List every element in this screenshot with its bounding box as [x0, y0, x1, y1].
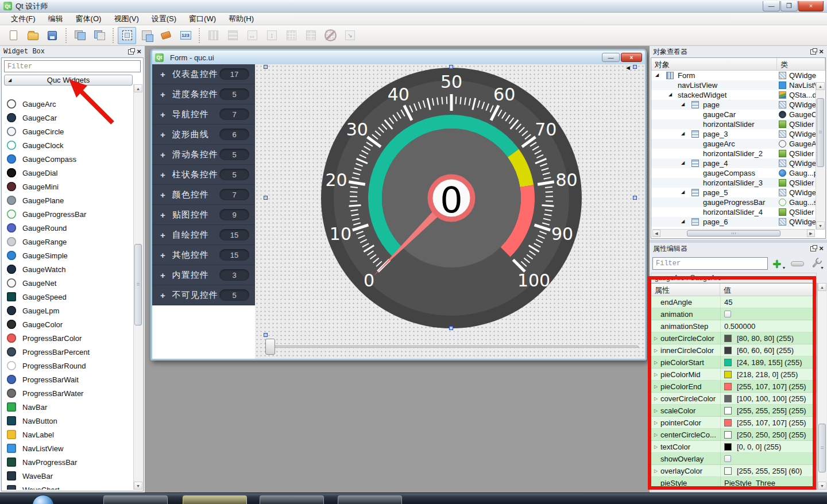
nav-item-5[interactable]: +柱状条控件5	[152, 165, 255, 185]
object-row-horizontalSlider_2[interactable]: horizontalSlider_2QSlider	[651, 149, 816, 158]
float-panel-icon[interactable]	[810, 246, 816, 251]
lower-widget-button[interactable]	[90, 27, 109, 44]
object-row-page[interactable]: ◢pageQWidge	[651, 100, 816, 110]
selection-handle[interactable]	[264, 333, 268, 337]
widget-box-item-GaugeMini[interactable]: GaugeMini	[2, 180, 133, 193]
nav-item-11[interactable]: +不可见控件5	[152, 285, 255, 305]
restore-button[interactable]: ❒	[780, 1, 798, 11]
property-row-pointerColor[interactable]: ▷pointerColor[255, 107, 107] (255)	[651, 417, 817, 429]
widget-box-item-NavBar[interactable]: NavBar	[2, 400, 133, 414]
object-row-horizontalSlider_3[interactable]: horizontalSlider_3QSlider	[651, 178, 816, 188]
widget-box-item-GaugeCar[interactable]: GaugeCar	[2, 111, 133, 125]
tree-expand-icon[interactable]: ◢	[681, 102, 685, 107]
widget-box-item-GaugePlane[interactable]: GaugePlane	[2, 193, 133, 207]
chevron-down-icon[interactable]: ▼	[820, 266, 824, 270]
object-row-gaugeCar[interactable]: gaugeCarGaugeC...	[651, 110, 816, 119]
scroll-up-icon[interactable]: ▲	[816, 82, 825, 90]
scrollbar-thumb[interactable]	[687, 230, 780, 237]
expand-arrow-icon[interactable]: ▷	[651, 384, 660, 389]
widget-box-item-ProgressBarRound[interactable]: ProgressBarRound	[2, 359, 133, 373]
expand-arrow-icon[interactable]: ▷	[651, 336, 660, 341]
menu-item-6[interactable]: 帮助(H)	[222, 13, 260, 25]
scroll-up-icon[interactable]: ▲	[134, 84, 142, 92]
column-header-class[interactable]: 类	[777, 58, 825, 70]
property-value-cell[interactable]: [60, 60, 60] (255)	[720, 344, 817, 356]
property-row-endAngle[interactable]: endAngle45	[651, 296, 817, 308]
scroll-up-icon[interactable]: ▲	[818, 283, 826, 291]
tree-expand-icon[interactable]: ◢	[655, 73, 659, 77]
selection-handle[interactable]	[449, 326, 453, 330]
tree-expand-icon[interactable]: ◢	[681, 131, 685, 136]
checkbox[interactable]	[724, 311, 731, 317]
float-panel-icon[interactable]	[810, 49, 816, 55]
selection-handle[interactable]	[633, 196, 637, 200]
form-titlebar[interactable]: Qt Form - quc.ui — ×	[152, 51, 645, 64]
widget-box-item-NavListView[interactable]: NavListView	[2, 441, 133, 455]
widget-box-item-GaugeWatch[interactable]: GaugeWatch	[2, 262, 133, 276]
expand-arrow-icon[interactable]: ▷	[651, 432, 660, 437]
edit-widgets-button[interactable]	[118, 27, 136, 44]
widget-box-item-NavButton[interactable]: NavButton	[2, 414, 133, 428]
new-file-button[interactable]	[4, 27, 22, 44]
column-header-value[interactable]: 值	[720, 284, 817, 296]
property-filter-input[interactable]	[652, 257, 768, 270]
widget-box-item-GaugeRound[interactable]: GaugeRound	[2, 221, 133, 235]
column-header-property[interactable]: 属性	[651, 284, 720, 296]
object-row-horizontalSlider[interactable]: horizontalSliderQSlider	[651, 119, 816, 129]
form-close-button[interactable]: ×	[621, 53, 642, 62]
widget-box-item-ProgressBarColor[interactable]: ProgressBarColor	[2, 331, 133, 345]
scrollbar-thumb[interactable]	[817, 98, 824, 167]
expand-arrow-icon[interactable]: ▷	[651, 372, 660, 377]
property-row-pieColorStart[interactable]: ▷pieColorStart[24, 189, 155] (255)	[651, 356, 817, 369]
expand-arrow-icon[interactable]: ▷	[651, 348, 660, 353]
start-button[interactable]	[32, 495, 54, 504]
edit-tab-order-button[interactable]	[176, 27, 195, 44]
widget-box-item-GaugeCircle[interactable]: GaugeCircle	[2, 125, 133, 138]
horizontal-slider-groove[interactable]	[273, 346, 639, 348]
scroll-right-icon[interactable]: ▶	[807, 230, 815, 237]
object-row-stackedWidget[interactable]: ◢stackedWidgetQSta...dg	[651, 90, 816, 100]
nav-item-1[interactable]: +进度条控件5	[152, 84, 255, 104]
object-row-page_5[interactable]: ◢page_5QWidge	[651, 188, 816, 197]
tree-expand-icon[interactable]: ◢	[668, 92, 672, 97]
property-row-innerCircleColor[interactable]: ▷innerCircleColor[60, 60, 60] (255)	[651, 344, 817, 356]
add-property-button[interactable]: +	[772, 258, 781, 270]
property-row-pieColorEnd[interactable]: ▷pieColorEnd[255, 107, 107] (255)	[651, 381, 817, 393]
object-row-page_6[interactable]: ◢page_6QWidge	[651, 217, 816, 227]
configure-icon[interactable]	[810, 258, 820, 269]
menu-item-5[interactable]: 窗口(W)	[183, 13, 222, 25]
property-value-cell[interactable]: PieStyle_Three	[720, 477, 817, 489]
close-button[interactable]: ×	[798, 1, 824, 11]
open-file-button[interactable]	[24, 27, 42, 44]
widget-box-item-GaugeClock[interactable]: GaugeClock	[2, 138, 133, 152]
property-value-cell[interactable]: [255, 107, 107] (255)	[720, 417, 817, 428]
property-value-cell[interactable]: [255, 255, 255] (60)	[720, 465, 817, 476]
chevron-down-icon[interactable]: ▼	[782, 266, 786, 270]
widget-box-item-GaugeSpeed[interactable]: GaugeSpeed	[2, 290, 133, 304]
property-value-cell[interactable]: 45	[720, 296, 817, 308]
object-tree-hscrollbar[interactable]: ◀ ▶	[652, 229, 815, 237]
object-row-gaugeArc[interactable]: gaugeArcGaugeAr	[651, 139, 816, 149]
nav-item-0[interactable]: +仪表盘控件17	[152, 64, 255, 84]
widget-box-item-GaugeSimple[interactable]: GaugeSimple	[2, 249, 133, 262]
expand-arrow-icon[interactable]: ▷	[651, 420, 660, 425]
widget-box-item-ProgressBarWait[interactable]: ProgressBarWait	[2, 373, 133, 386]
nav-item-3[interactable]: +波形曲线6	[152, 125, 255, 145]
property-value-cell[interactable]: [255, 255, 255] (255)	[720, 405, 817, 416]
tree-expand-icon[interactable]: ◢	[681, 219, 685, 224]
object-row-horizontalSlider_4[interactable]: horizontalSlider_4QSlider	[651, 207, 816, 217]
expand-arrow-icon[interactable]: ▷	[651, 444, 660, 449]
object-row-gaugeCompass[interactable]: gaugeCompassGaug...p	[651, 168, 816, 178]
scroll-down-icon[interactable]: ▼	[818, 482, 826, 490]
design-canvas[interactable]: 01020304050607080901000 ◀	[255, 64, 645, 359]
property-value-cell[interactable]: 0.500000	[720, 320, 817, 332]
property-row-animationStep[interactable]: animationStep0.500000	[651, 320, 817, 332]
taskbar-app-button[interactable]	[338, 495, 402, 504]
tree-expand-icon[interactable]: ◢	[681, 190, 685, 195]
nav-item-8[interactable]: +自绘控件15	[152, 225, 255, 245]
scroll-down-icon[interactable]: ▼	[134, 482, 142, 490]
widget-box-item-GaugeNet[interactable]: GaugeNet	[2, 276, 133, 290]
widget-box-item-WaveBar[interactable]: WaveBar	[2, 469, 133, 483]
scroll-down-icon[interactable]: ▼	[816, 222, 825, 230]
widget-list-scrollbar[interactable]: ▲ ▼	[133, 84, 142, 490]
